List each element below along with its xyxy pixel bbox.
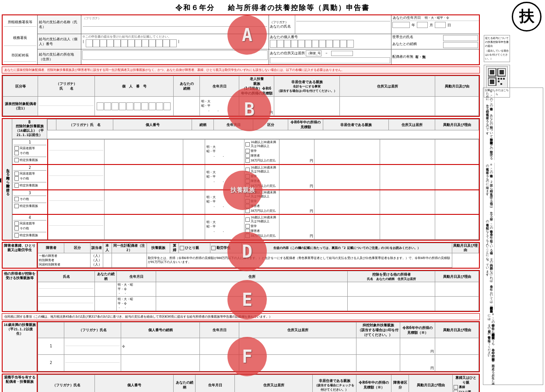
B2-payment-check[interactable]: 38万円以上の支払 xyxy=(245,184,278,188)
B2-change[interactable] xyxy=(435,164,479,190)
A-name[interactable] xyxy=(39,106,94,112)
B3-income-val[interactable] xyxy=(280,191,313,209)
A-number-input[interactable] xyxy=(95,97,174,116)
E1-income-val[interactable] xyxy=(401,339,434,349)
C-kinro-check[interactable]: 勤労学生 xyxy=(211,246,241,250)
employer-addr-input[interactable] xyxy=(82,50,268,60)
F-kafu-check[interactable]: 寡婦 xyxy=(454,385,478,389)
E2-change[interactable] xyxy=(435,355,479,371)
B2-number[interactable] xyxy=(105,164,183,190)
month-input[interactable] xyxy=(417,22,428,28)
B2-income[interactable]: 円 xyxy=(279,164,314,190)
B1-address[interactable] xyxy=(380,140,435,165)
B2-disability-check[interactable]: 障害者 xyxy=(245,179,278,183)
B3-birthday[interactable]: 明・大昭・平 ・ ・ xyxy=(205,190,245,214)
B2-zokugara[interactable] xyxy=(183,164,205,190)
E1-control[interactable] xyxy=(356,338,400,355)
B1-number[interactable] xyxy=(105,140,183,165)
B2-check-sonota[interactable]: その他 xyxy=(14,176,45,181)
B1-check-doukyo[interactable]: 同居老親等 xyxy=(14,146,45,150)
B3-study-check[interactable]: 留学 xyxy=(245,199,278,203)
B4-furigana[interactable] xyxy=(49,220,104,226)
B4-change[interactable] xyxy=(435,214,479,240)
D2-name[interactable] xyxy=(38,297,95,311)
A-zokugara[interactable] xyxy=(174,97,200,116)
B3-check-sonota-box[interactable] xyxy=(14,197,19,201)
B1-check-doukyo-box[interactable] xyxy=(14,146,19,150)
E1-name[interactable] xyxy=(64,338,121,355)
A-age-income[interactable]: 円 xyxy=(239,97,274,116)
B1-payment-check[interactable]: 38万円以上の支払 xyxy=(245,158,278,163)
B3-name-kanji[interactable] xyxy=(49,201,104,209)
year-input[interactable] xyxy=(392,22,410,28)
B2-check-tokutei-box[interactable] xyxy=(14,183,19,188)
E1-change[interactable] xyxy=(435,338,479,355)
A-name-input[interactable] xyxy=(38,97,95,116)
A-birthday-date[interactable]: ・ ・ xyxy=(201,108,238,114)
B3-zokugara[interactable] xyxy=(183,190,205,214)
E2-income-val[interactable] xyxy=(401,355,434,366)
A-income-input[interactable] xyxy=(240,97,273,110)
C-haigusya-inputs[interactable] xyxy=(103,253,112,268)
B4-payment-check[interactable]: 38万円以上の支払 xyxy=(245,234,278,238)
D1-other[interactable] xyxy=(348,282,435,297)
E2-name[interactable] xyxy=(64,355,121,371)
furigana-input[interactable] xyxy=(83,21,267,27)
B1-study-check[interactable]: 留学 xyxy=(245,149,278,153)
postal-input2[interactable] xyxy=(331,51,353,56)
B3-address[interactable] xyxy=(380,190,435,214)
B1-name-kanji[interactable] xyxy=(49,150,104,158)
B4-number[interactable] xyxy=(105,214,183,240)
B3-date[interactable]: ・ ・ xyxy=(206,204,243,210)
B2-check-sonota-box[interactable] xyxy=(14,176,19,181)
B2-check-tokutei[interactable]: 特定扶養親族 xyxy=(14,183,45,188)
B3-age-check[interactable]: 16歳以上30歳未満又は70歳以上 xyxy=(245,191,278,199)
B3-number[interactable] xyxy=(105,190,183,214)
D2-other[interactable] xyxy=(348,297,435,311)
B1-check-sonota[interactable]: その他 xyxy=(14,151,45,155)
E1-number[interactable]: 令 xyxy=(121,338,200,355)
B1-income-val[interactable] xyxy=(280,141,313,158)
D1-furigana[interactable] xyxy=(39,284,94,289)
B3-income[interactable]: 円 xyxy=(279,190,314,214)
B3-payment-check[interactable]: 38万円以上の支払 xyxy=(245,209,278,213)
id-grid-boxes[interactable] xyxy=(86,39,177,47)
B2-address[interactable] xyxy=(380,164,435,190)
E1-address[interactable] xyxy=(239,338,356,355)
D1-birthday[interactable]: 明・大・昭平・令 ・ ・ xyxy=(117,282,156,297)
B4-income-val[interactable] xyxy=(280,216,313,234)
B4-check-doukyo-box[interactable] xyxy=(14,221,19,226)
B4-age-check[interactable]: 16歳以上30歳未満又は70歳以上 xyxy=(245,216,278,224)
D2-date[interactable]: ・ ・ xyxy=(118,306,155,310)
B3-furigana[interactable] xyxy=(49,196,104,201)
B2-age-check[interactable]: 16歳以上30歳未満又は70歳以上 xyxy=(245,166,278,174)
B2-furigana[interactable] xyxy=(49,171,104,176)
B2-check-doukyo[interactable]: 同居老親等 xyxy=(14,172,45,176)
your-addr-input[interactable] xyxy=(270,57,390,63)
your-name-furigana[interactable] xyxy=(296,16,390,21)
A-furigana[interactable] xyxy=(39,101,94,106)
E2-income[interactable]: 円 xyxy=(400,355,435,371)
D1-name[interactable] xyxy=(38,282,95,297)
B2-date[interactable]: ・ ・ xyxy=(206,179,243,185)
B2-check-box[interactable] xyxy=(14,172,19,176)
D1-address[interactable] xyxy=(156,282,348,297)
B3-check-tokutei[interactable]: 特定扶養親族 xyxy=(14,204,45,208)
B1-date[interactable]: ・ ・ xyxy=(206,154,243,159)
A-birthday[interactable]: 明・大昭・平 ・ ・ xyxy=(200,97,239,116)
B3-check-tokutei-box[interactable] xyxy=(14,204,19,208)
E2-furigana[interactable] xyxy=(65,357,120,363)
D1-zokugara[interactable] xyxy=(95,282,117,297)
C-honin-inputs[interactable]: （人） （人） （人） xyxy=(91,253,103,268)
employer-addr-content[interactable] xyxy=(81,49,269,64)
D2-birthday[interactable]: 明・大・昭平・令 ・ ・ xyxy=(117,297,156,311)
D2-zokugara[interactable] xyxy=(95,297,117,311)
B4-address[interactable] xyxy=(380,214,435,240)
B4-disability-check[interactable]: 障害者 xyxy=(245,229,278,233)
E2-address[interactable] xyxy=(239,355,356,371)
B4-zokugara[interactable] xyxy=(183,214,205,240)
B4-check-doukyo[interactable]: 同居老親等 xyxy=(14,221,45,226)
B2-income-val[interactable] xyxy=(280,166,313,184)
E1-income[interactable]: 円 xyxy=(400,338,435,355)
D2-change[interactable] xyxy=(435,297,479,311)
